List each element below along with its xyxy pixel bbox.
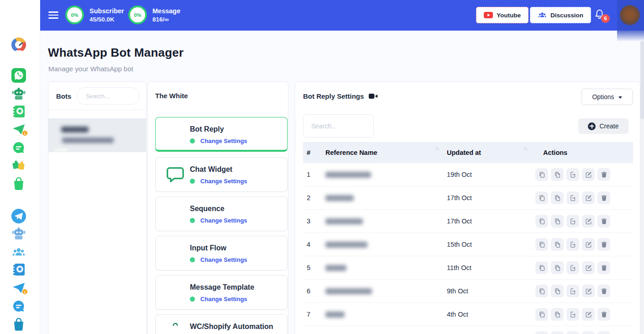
export-button[interactable] [566, 331, 579, 334]
bot-list-item-selected[interactable] [48, 118, 146, 152]
delete-button[interactable] [597, 215, 610, 228]
change-settings-link[interactable]: Change Settings [200, 296, 247, 302]
notification-count-badge: 6 [601, 14, 610, 23]
bots-search-input[interactable] [77, 87, 140, 105]
bots-list-panel: Bots [48, 81, 147, 334]
delete-button[interactable] [597, 308, 610, 321]
youtube-button[interactable]: Youtube [476, 7, 529, 23]
whatsapp-store-icon[interactable] [11, 176, 26, 191]
export-button[interactable] [566, 238, 579, 251]
table-row: 7 4th Oct [303, 303, 633, 326]
change-settings-link[interactable]: Change Settings [200, 256, 247, 263]
menu-card-sequence[interactable]: Sequence Change Settings [155, 196, 288, 231]
whatsapp-icon[interactable] [11, 68, 26, 83]
col-header-num: # [307, 142, 310, 163]
duplicate-button[interactable] [535, 285, 548, 297]
edit-button[interactable] [582, 308, 595, 321]
notifications-bell-icon[interactable]: 6 [593, 8, 609, 23]
menu-card-chat-widget[interactable]: Chat Widget Change Settings [155, 157, 288, 192]
user-avatar[interactable] [620, 5, 640, 25]
export-button[interactable] [566, 285, 579, 297]
copy-button[interactable] [551, 308, 564, 321]
edit-button[interactable] [582, 238, 595, 251]
discussion-button-label: Discussion [550, 12, 583, 19]
delete-button[interactable] [597, 285, 610, 297]
menu-card-message-template[interactable]: Message Template Change Settings [155, 275, 288, 310]
duplicate-button[interactable] [535, 238, 548, 251]
create-button[interactable]: Create [578, 118, 628, 134]
integrations-puzzle-icon[interactable] [11, 158, 26, 173]
export-button[interactable] [566, 261, 579, 274]
duplicate-button[interactable] [535, 191, 548, 204]
duplicate-button[interactable] [535, 308, 548, 321]
shopify-icon [165, 322, 186, 334]
whatsapp-chat-icon[interactable] [11, 140, 26, 155]
export-button[interactable] [566, 308, 579, 321]
video-tutorial-icon[interactable] [368, 92, 378, 100]
col-header-updated-at[interactable]: Updated at [447, 142, 481, 163]
menu-card-bot-reply[interactable]: Bot Reply Change Settings [155, 117, 288, 152]
sort-icon[interactable]: ↑↓ [524, 145, 527, 151]
telegram-icon[interactable] [11, 209, 26, 223]
input-flow-icon [165, 243, 186, 264]
change-settings-link[interactable]: Change Settings [200, 178, 247, 185]
reference-name-redacted [325, 312, 345, 318]
copy-button[interactable] [551, 261, 564, 274]
copy-button[interactable] [551, 331, 564, 334]
updated-at-value: 17th Oct [447, 210, 472, 233]
delete-button[interactable] [597, 191, 610, 204]
delete-button[interactable] [597, 238, 610, 251]
change-settings-link[interactable]: Change Settings [200, 217, 247, 224]
dashboard-gauge-icon[interactable] [11, 37, 26, 52]
menu-card-label: Sequence [190, 205, 225, 213]
bots-panel-title: Bots [56, 92, 71, 100]
delete-button[interactable] [597, 331, 610, 334]
menu-card-label: Chat Widget [190, 165, 232, 174]
change-settings-link[interactable]: Change Settings [200, 138, 247, 144]
updated-at-value: 17th Oct [447, 186, 472, 210]
bot-reply-settings-panel: Bot Reply Settings Options Create # Refe… [295, 81, 640, 334]
menu-toggle-icon[interactable] [48, 11, 58, 19]
duplicate-button[interactable] [535, 215, 548, 228]
edit-button[interactable] [582, 285, 595, 297]
delete-button[interactable] [597, 168, 610, 181]
options-dropdown-button[interactable]: Options [581, 89, 633, 105]
sort-icon[interactable]: ↑↓ [435, 145, 438, 151]
copy-button[interactable] [551, 215, 564, 228]
copy-button[interactable] [551, 168, 564, 181]
telegram-chat-icon[interactable] [11, 299, 26, 313]
telegram-group-icon[interactable] [11, 245, 26, 260]
telegram-broadcast-icon[interactable]: 1 [11, 281, 26, 295]
bot-settings-menu-panel: The White Bot Reply Change Settings Chat… [147, 81, 288, 334]
menu-card-input-flow[interactable]: Input Flow Change Settings [155, 236, 288, 270]
duplicate-button[interactable] [535, 168, 548, 181]
copy-button[interactable] [551, 238, 564, 251]
delete-button[interactable] [597, 261, 610, 274]
copy-button[interactable] [551, 191, 564, 204]
telegram-store-icon[interactable] [11, 317, 26, 332]
export-button[interactable] [566, 191, 579, 204]
export-button[interactable] [566, 168, 579, 181]
edit-button[interactable] [582, 215, 595, 228]
copy-button[interactable] [551, 285, 564, 297]
whatsapp-bot-icon[interactable] [11, 87, 26, 101]
discussion-button[interactable]: Discussion [530, 7, 591, 23]
col-header-reference-name[interactable]: Reference Name [325, 142, 377, 163]
reference-name-redacted [325, 288, 372, 294]
whatsapp-broadcast-icon[interactable]: 1 [11, 122, 26, 137]
edit-button[interactable] [582, 331, 595, 334]
app-rail-sidebar: 1 1 [0, 0, 40, 334]
telegram-bot-icon[interactable] [11, 227, 26, 241]
table-search-input[interactable] [303, 114, 374, 138]
chat-widget-icon [165, 164, 186, 186]
edit-button[interactable] [582, 168, 595, 181]
whatsapp-contacts-icon[interactable] [11, 104, 26, 119]
edit-button[interactable] [582, 191, 595, 204]
edit-button[interactable] [582, 261, 595, 274]
export-button[interactable] [566, 215, 579, 228]
scrollbar-thumb[interactable] [640, 41, 644, 119]
menu-card-wc-shopify-automation[interactable]: WC/Shopify Automation Change Settings [155, 314, 288, 334]
duplicate-button[interactable] [535, 331, 548, 334]
duplicate-button[interactable] [535, 261, 548, 274]
telegram-contacts-icon[interactable] [11, 262, 26, 277]
